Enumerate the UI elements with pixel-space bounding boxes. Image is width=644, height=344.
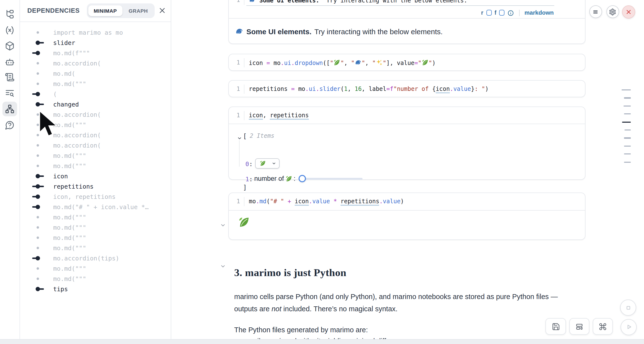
settings-gear-button[interactable] xyxy=(606,5,619,18)
icon-dropdown-select[interactable] xyxy=(255,158,280,168)
minimap-cell-item[interactable]: mo.md(""" xyxy=(20,212,171,222)
logs-scroll-icon[interactable] xyxy=(5,72,15,82)
minimap-bar[interactable] xyxy=(622,89,630,90)
code-text: icon, repetitions xyxy=(249,112,309,119)
minimap-bar[interactable] xyxy=(624,113,630,114)
view-mode-toggle: MINIMAP GRAPH xyxy=(87,4,155,18)
keyboard-shortcuts-button[interactable] xyxy=(593,318,613,335)
cell-marker-in xyxy=(20,48,53,58)
cell-label: icon xyxy=(53,173,68,180)
minimap-bar[interactable] xyxy=(624,106,630,106)
save-button[interactable] xyxy=(546,318,566,335)
minimap-bar[interactable] xyxy=(624,97,630,98)
minimap-cell-item[interactable]: repetitions xyxy=(20,181,171,192)
minimap-cell-item[interactable]: mo.accordion( xyxy=(20,58,171,68)
minimap-cell-item[interactable]: tips xyxy=(20,284,171,294)
menu-button[interactable] xyxy=(589,5,602,18)
minimap-cell-item[interactable]: mo.md(""" xyxy=(20,263,171,274)
cell-marker-dot xyxy=(20,222,53,233)
f-string-label: f xyxy=(494,10,496,16)
minimap-bar[interactable] xyxy=(624,137,630,138)
minimap-cell-item[interactable]: mo.md(""" xyxy=(20,79,171,89)
slider-label: number of : xyxy=(254,175,296,182)
markdown-output-text: Try interacting with the below elements. xyxy=(314,27,443,35)
cell-marker-dot xyxy=(20,212,53,222)
cell-label: mo.accordion( xyxy=(53,131,101,139)
cell-label: mo.md(""" xyxy=(53,121,86,128)
minimap-bar[interactable] xyxy=(624,146,630,147)
repetitions-slider[interactable] xyxy=(298,175,362,182)
minimap-cell-item[interactable]: mo.md( xyxy=(20,68,171,79)
minimap-cell-item[interactable]: mo.md(""" xyxy=(20,150,171,161)
cell-marker-dot xyxy=(20,140,53,150)
editor-bottom-border xyxy=(246,5,554,6)
minimap-cell-item[interactable]: mo.md(""" xyxy=(20,243,171,253)
collapse-chevron-icon[interactable] xyxy=(220,221,226,227)
minimap-bar-active[interactable] xyxy=(622,121,630,123)
paragraph: marimo cells parse Python (and only Pyth… xyxy=(234,290,572,315)
code-text: mo.md("# " + icon.value * repetitions.va… xyxy=(249,198,404,205)
file-tree-icon[interactable] xyxy=(5,9,15,19)
minimap-cell-item[interactable]: import marimo as mo xyxy=(20,27,171,38)
slider-thumb[interactable] xyxy=(298,175,306,182)
tab-graph[interactable]: GRAPH xyxy=(123,5,153,16)
snippets-search-icon[interactable] xyxy=(5,88,15,98)
layout-button[interactable] xyxy=(569,318,589,335)
minimap-bar[interactable] xyxy=(624,153,630,154)
chevron-down-icon[interactable] xyxy=(237,133,242,138)
info-icon[interactable] xyxy=(508,10,514,16)
tree-header: [ 2 Items xyxy=(237,132,274,140)
minimap-cell-item[interactable]: mo.md(f""" xyxy=(20,48,171,58)
markdown-mode-label[interactable]: markdown xyxy=(524,9,554,16)
minimap-cell-item[interactable]: mo.accordion( xyxy=(20,140,171,150)
slider-track[interactable] xyxy=(300,178,362,180)
minimap-cell-item[interactable]: mo.accordion(tips) xyxy=(20,253,171,263)
f-string-checkbox[interactable] xyxy=(499,10,505,16)
minimap-bar[interactable] xyxy=(624,129,630,130)
cell-label: mo.accordion( xyxy=(53,142,101,149)
paragraph: The Python files generated by marimo are… xyxy=(234,324,572,336)
code-line[interactable]: 1icon, repetitions xyxy=(236,107,309,124)
cell-label: mo.md(""" xyxy=(53,234,86,241)
code-line[interactable]: 1mo.md("# " + icon.value * repetitions.v… xyxy=(236,193,404,210)
code-line[interactable]: 1repetitions = mo.ui.slider(1, 16, label… xyxy=(236,81,488,97)
minimap-cell-item[interactable]: mo.md("# " + icon.value *… xyxy=(20,202,171,212)
md-concat-cell: 1mo.md("# " + icon.value * repetitions.v… xyxy=(228,193,586,240)
code-line[interactable]: 1icon = mo.ui.dropdown(["", "", ""], val… xyxy=(236,54,436,71)
minimap-cell-item[interactable]: slider xyxy=(20,38,171,48)
leaf-emoji xyxy=(422,59,428,66)
collapse-chevron-icon[interactable] xyxy=(220,262,226,268)
cell-marker-in xyxy=(20,89,53,99)
minimap-cell-item[interactable]: ( xyxy=(20,89,171,99)
minimap-cell-item[interactable]: changed xyxy=(20,99,171,109)
close-panel-icon[interactable] xyxy=(158,7,166,14)
left-icon-rail xyxy=(0,0,20,344)
dependencies-panel-header: DEPENDENCIES MINIMAP GRAPH xyxy=(20,0,171,22)
minimap-cell-item[interactable]: icon xyxy=(20,171,171,181)
dependency-graph-icon[interactable] xyxy=(5,104,15,114)
ai-bot-icon[interactable] xyxy=(5,57,15,67)
minimap-bar[interactable] xyxy=(624,161,630,162)
minimap-cell-item[interactable]: mo.md(""" xyxy=(20,161,171,171)
cell-label: mo.md( xyxy=(53,70,75,77)
minimap-cell-item[interactable]: mo.md(""" xyxy=(20,274,171,284)
leaf-emoji xyxy=(286,175,292,182)
tab-minimap[interactable]: MINIMAP xyxy=(88,5,122,16)
minimap-cell-item[interactable]: mo.md(""" xyxy=(20,222,171,233)
bottom-scrollbar[interactable] xyxy=(0,339,644,344)
chevron-down-icon xyxy=(272,161,276,166)
variables-icon[interactable] xyxy=(5,25,15,35)
minimap-cell-item[interactable]: mo.md(""" xyxy=(20,233,171,243)
help-icon[interactable] xyxy=(5,120,15,130)
leaf-emoji xyxy=(260,160,266,167)
sparkles-emoji xyxy=(376,59,383,66)
panel-title: DEPENDENCIES xyxy=(27,7,80,14)
markdown-source-line[interactable]: 1 Some UI elements. Try interacting with… xyxy=(236,0,468,4)
packages-icon[interactable] xyxy=(5,41,15,51)
minimap-cell-item[interactable]: icon, repetitions xyxy=(20,192,171,202)
markdown-output: Some UI elements. Try interacting with t… xyxy=(235,18,443,45)
r-string-checkbox[interactable] xyxy=(486,10,492,16)
tuple-output-cell: 1icon, repetitions [ 2 Items 0: xyxy=(228,106,586,180)
cell-marker-dot xyxy=(20,79,53,89)
scroll-minimap[interactable] xyxy=(620,0,632,344)
